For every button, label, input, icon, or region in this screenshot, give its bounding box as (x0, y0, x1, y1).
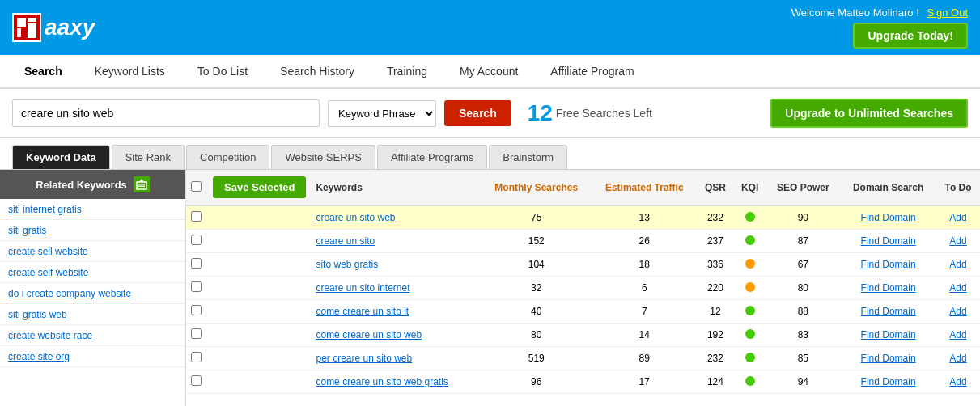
select-all-checkbox[interactable] (191, 181, 202, 192)
traffic-cell: 7 (592, 300, 697, 324)
upgrade-unlimited-button[interactable]: Upgrade to Unlimited Searches (770, 99, 968, 128)
find-domain-link[interactable]: Find Domain (861, 235, 916, 247)
monthly-cell: 75 (481, 205, 592, 230)
add-link[interactable]: Add (949, 329, 966, 340)
related-keyword-link[interactable]: create website race (8, 330, 92, 341)
upgrade-today-button[interactable]: Upgrade Today! (853, 23, 968, 49)
keyword-link[interactable]: creare un sito internet (316, 282, 409, 294)
find-domain-link[interactable]: Find Domain (861, 259, 916, 270)
search-type-select[interactable]: Keyword Phrase Broad Exact (328, 100, 436, 127)
row-index-cell (206, 324, 311, 347)
traffic-cell: 13 (592, 205, 697, 230)
keyword-link[interactable]: creare un sito web (316, 212, 395, 223)
traffic-cell: 6 (592, 277, 697, 300)
keyword-link[interactable]: come creare un sito web gratis (316, 376, 448, 387)
related-keyword-link[interactable]: create self website (8, 267, 88, 278)
find-domain-link[interactable]: Find Domain (861, 282, 916, 294)
add-link[interactable]: Add (949, 376, 966, 387)
nav-item-account[interactable]: My Account (443, 55, 534, 87)
select-all-header (186, 170, 206, 205)
keyword-cell: sito web gratis (311, 253, 481, 277)
add-link[interactable]: Add (949, 282, 966, 294)
save-selected-button[interactable]: Save Selected (213, 176, 306, 198)
add-link[interactable]: Add (949, 306, 966, 317)
find-domain-link[interactable]: Find Domain (861, 306, 916, 317)
add-link[interactable]: Add (949, 212, 966, 223)
find-domain-link[interactable]: Find Domain (861, 353, 916, 364)
sign-out-link[interactable]: Sign Out (927, 6, 968, 19)
nav-item-keyword-lists[interactable]: Keyword Lists (78, 55, 181, 87)
keyword-link[interactable]: come creare un sito it (316, 306, 409, 317)
search-button[interactable]: Search (444, 100, 511, 126)
row-index-cell (206, 230, 311, 253)
tab-website-serps[interactable]: Website SERPS (271, 145, 375, 169)
export-icon[interactable] (134, 176, 150, 192)
row-checkbox-1[interactable] (191, 235, 202, 245)
row-checkbox-4[interactable] (191, 305, 202, 315)
monthly-cell: 104 (481, 253, 592, 277)
todo-cell: Add (936, 253, 980, 277)
header-right: Welcome Matteo Molinaro ! Sign Out Upgra… (791, 6, 968, 49)
row-index-cell (206, 370, 311, 394)
keyword-link[interactable]: come creare un sito web (316, 329, 422, 340)
row-checkbox-3[interactable] (191, 281, 202, 292)
table-row: creare un sito 152 26 237 87 Find Domain… (186, 230, 980, 253)
traffic-cell: 89 (592, 347, 697, 370)
table-row: come creare un sito web gratis 96 17 124… (186, 370, 980, 394)
keyword-link[interactable]: sito web gratis (316, 259, 378, 270)
search-input[interactable] (12, 99, 320, 127)
kqi-cell (734, 300, 766, 324)
nav-item-search[interactable]: Search (8, 55, 78, 87)
monthly-cell: 152 (481, 230, 592, 253)
keyword-link[interactable]: per creare un sito web (316, 353, 412, 364)
find-domain-link[interactable]: Find Domain (861, 329, 916, 340)
row-checkbox-cell (186, 300, 206, 324)
row-checkbox-5[interactable] (191, 328, 202, 339)
tabs: Keyword Data Site Rank Competition Websi… (0, 138, 980, 170)
nav-item-history[interactable]: Search History (264, 55, 371, 87)
nav-item-todo[interactable]: To Do List (181, 55, 264, 87)
related-keyword-link[interactable]: create sell website (8, 246, 88, 257)
add-link[interactable]: Add (949, 353, 966, 364)
table-row: per creare un sito web 519 89 232 85 Fin… (186, 347, 980, 370)
keyword-link[interactable]: creare un sito (316, 235, 375, 247)
free-count: 12 (528, 100, 553, 126)
add-link[interactable]: Add (949, 259, 966, 270)
row-checkbox-cell (186, 370, 206, 394)
svg-rect-6 (138, 186, 145, 188)
domain-search-cell: Find Domain (840, 205, 936, 230)
nav-item-affiliate[interactable]: Affiliate Program (534, 55, 650, 87)
tab-keyword-data[interactable]: Keyword Data (12, 145, 110, 169)
table-area: Save Selected Keywords Monthly Searches … (186, 170, 980, 406)
related-keyword-link[interactable]: siti gratis web (8, 309, 67, 320)
related-keyword-link[interactable]: siti internet gratis (8, 204, 82, 215)
tab-brainstorm[interactable]: Brainstorm (489, 145, 567, 169)
row-checkbox-6[interactable] (191, 352, 202, 362)
nav-item-training[interactable]: Training (371, 55, 443, 87)
add-link[interactable]: Add (949, 235, 966, 247)
related-keyword-link[interactable]: create site org (8, 351, 70, 362)
row-checkbox-0[interactable] (191, 211, 202, 222)
todo-cell: Add (936, 370, 980, 394)
tab-affiliate-programs[interactable]: Affiliate Programs (377, 145, 487, 169)
keyword-cell: come creare un sito it (311, 300, 481, 324)
related-keyword-link[interactable]: do i create company website (8, 288, 131, 299)
find-domain-link[interactable]: Find Domain (861, 376, 916, 387)
row-checkbox-7[interactable] (191, 375, 202, 386)
related-keyword-link[interactable]: siti gratis (8, 225, 46, 236)
kqi-dot (745, 353, 755, 362)
sidebar-header: Related Keywords (0, 170, 185, 199)
traffic-cell: 17 (592, 370, 697, 394)
tab-competition[interactable]: Competition (186, 145, 269, 169)
traffic-cell: 26 (592, 230, 697, 253)
domain-search-cell: Find Domain (840, 300, 936, 324)
keywords-column-header: Keywords (311, 170, 481, 205)
row-checkbox-cell (186, 230, 206, 253)
find-domain-link[interactable]: Find Domain (861, 212, 916, 223)
row-checkbox-2[interactable] (191, 258, 202, 269)
todo-header: To Do (936, 170, 980, 205)
results-table: Save Selected Keywords Monthly Searches … (186, 170, 980, 394)
tab-site-rank[interactable]: Site Rank (112, 145, 185, 169)
logo: aaxy (12, 13, 95, 42)
seo-power-header: SEO Power (766, 170, 841, 205)
